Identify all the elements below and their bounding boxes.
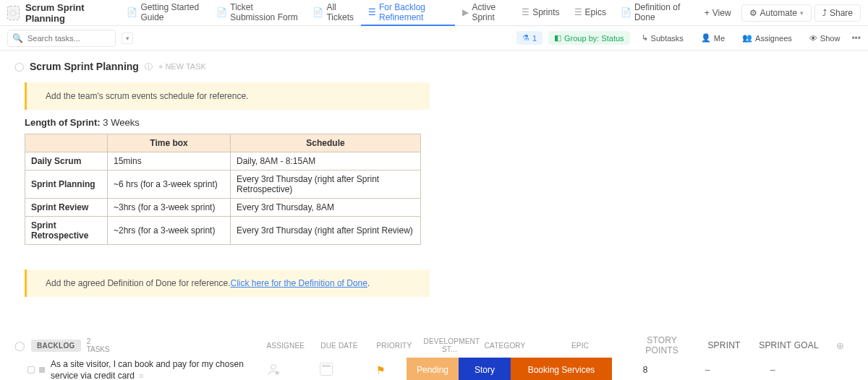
- schedule-table: Time box Schedule Daily Scrum15minsDaily…: [25, 134, 421, 245]
- eye-icon: 👁: [809, 34, 817, 43]
- desc-icon: ≡: [139, 371, 143, 380]
- svg-point-1: [271, 364, 276, 368]
- me-pill[interactable]: 👤 Me: [695, 31, 731, 45]
- group-by-pill[interactable]: ◧ Group by: Status: [548, 31, 630, 45]
- col-dev-status[interactable]: DEVELOPMENT ST...: [423, 337, 475, 353]
- add-view-button[interactable]: + View: [697, 5, 739, 21]
- col-priority[interactable]: PRIORITY: [370, 342, 417, 350]
- assignee-add[interactable]: [266, 362, 281, 376]
- tab-ticket-submission-form[interactable]: 📄Ticket Submission Form: [209, 0, 305, 26]
- callout-dod: Add the agreed Definition of Done for re…: [25, 269, 430, 297]
- tab-icon: ☰: [368, 7, 376, 17]
- assignees-pill[interactable]: 👥 Assignees: [736, 31, 798, 45]
- col-sprint[interactable]: SPRINT: [698, 340, 750, 350]
- tab-active-sprint[interactable]: ▶Active Sprint: [455, 0, 514, 26]
- tab-sprints[interactable]: ☰Sprints: [514, 0, 566, 26]
- tab-icon: 📄: [127, 7, 137, 17]
- story-points-cell[interactable]: 8: [612, 365, 678, 375]
- more-icon[interactable]: •••: [851, 33, 861, 43]
- plus-icon: +: [705, 8, 710, 18]
- search-input[interactable]: [27, 34, 111, 43]
- tab-icon: 📄: [621, 7, 631, 17]
- due-date-add[interactable]: [320, 363, 333, 376]
- col-epic[interactable]: EPIC: [535, 342, 626, 350]
- category-cell[interactable]: Story: [459, 358, 511, 380]
- status-dot[interactable]: [39, 367, 45, 373]
- callout-schedule: Add the team's scrum events schedule for…: [25, 82, 430, 110]
- chevron-down-icon: ▾: [800, 9, 804, 17]
- board-title[interactable]: Scrum Sprint Planning: [25, 2, 110, 24]
- task-count: 2 TASKS: [87, 337, 113, 353]
- filter-pill[interactable]: ⚗ 1: [516, 31, 542, 45]
- users-icon: 👥: [742, 33, 752, 43]
- search-box[interactable]: 🔍: [7, 30, 116, 47]
- tab-icon: 📄: [312, 7, 323, 17]
- user-icon: 👤: [701, 33, 711, 43]
- info-icon[interactable]: ⓘ: [145, 61, 153, 72]
- col-story-points[interactable]: STORY POINTS: [631, 335, 692, 355]
- tab-getting-started-guide[interactable]: 📄Getting Started Guide: [119, 0, 209, 26]
- subtasks-pill[interactable]: ↳ Subtasks: [636, 31, 689, 45]
- tab-icon: ☰: [574, 7, 582, 17]
- tab-for-backlog-refinement[interactable]: ☰For Backlog Refinement: [361, 0, 455, 26]
- tab-icon: 📄: [216, 7, 227, 17]
- tab-icon: ☰: [522, 7, 529, 17]
- automate-button[interactable]: ⚙ Automate ▾: [741, 4, 812, 22]
- col-sprint-goal[interactable]: SPRINT GOAL: [756, 340, 822, 350]
- collapse-icon[interactable]: ◯: [14, 61, 24, 72]
- dev-status-cell[interactable]: Pending: [407, 358, 459, 380]
- tab-epics[interactable]: ☰Epics: [567, 0, 613, 26]
- table-row: Sprint Review~3hrs (for a 3-week sprint)…: [25, 199, 421, 217]
- col-category[interactable]: CATEGORY: [481, 342, 528, 350]
- share-button[interactable]: ⤴ Share: [814, 4, 861, 22]
- board-logo: [7, 6, 20, 20]
- dod-link[interactable]: Click here for the Definition of Done: [231, 278, 367, 288]
- content: ◯ Scrum Sprint Planning ⓘ + NEW TASK Add…: [0, 51, 868, 380]
- sub-bar: 🔍 ▾ ⚗ 1 ◧ Group by: Status ↳ Subtasks 👤 …: [0, 26, 868, 51]
- tab-icon: ▶: [462, 7, 469, 17]
- share-icon: ⤴: [822, 8, 827, 18]
- sprint-length: Length of Sprint: 3 Weeks: [25, 117, 854, 128]
- group-icon: ◧: [554, 33, 561, 43]
- task-grid: ◯ BACKLOG 2 TASKS ASSIGNEE DUE DATE PRIO…: [25, 333, 854, 380]
- lightning-icon: ⚙: [749, 8, 757, 18]
- col-due-date[interactable]: DUE DATE: [314, 342, 365, 350]
- new-task-link[interactable]: + NEW TASK: [158, 62, 206, 71]
- search-icon: 🔍: [12, 33, 23, 43]
- tab-definition-of-done[interactable]: 📄Definition of Done: [613, 0, 692, 26]
- table-row: Sprint Planning~6 hrs (for a 3-week spri…: [25, 170, 421, 199]
- col-assignee[interactable]: ASSIGNEE: [263, 342, 308, 350]
- search-chevron[interactable]: ▾: [122, 33, 133, 44]
- tab-all-tickets[interactable]: 📄All Tickets: [305, 0, 361, 26]
- sprint-cell[interactable]: –: [678, 365, 736, 375]
- task-name[interactable]: As a site visitor, I can book and pay fo…: [46, 358, 249, 380]
- group-collapse-icon[interactable]: ◯: [14, 340, 25, 351]
- section-title: Scrum Sprint Planning: [30, 61, 139, 72]
- table-row: Daily Scrum15minsDaily, 8AM - 8:15AM: [25, 152, 421, 170]
- group-label[interactable]: BACKLOG: [31, 340, 81, 352]
- filter-icon: ⚗: [522, 33, 529, 43]
- priority-flag-icon[interactable]: ⚑: [376, 364, 386, 376]
- subtasks-icon: ↳: [642, 33, 648, 43]
- task-row[interactable]: As a site visitor, I can book and pay fo…: [25, 358, 854, 380]
- row-checkbox[interactable]: [27, 366, 35, 373]
- show-pill[interactable]: 👁 Show: [804, 32, 846, 45]
- epic-cell[interactable]: Booking Services: [511, 358, 612, 380]
- table-row: Sprint Retrospective~2hrs (for a 3-week …: [25, 217, 421, 245]
- sprint-goal-cell[interactable]: –: [736, 365, 809, 375]
- add-column-button[interactable]: ⊕: [827, 340, 854, 351]
- svg-point-0: [10, 10, 16, 16]
- top-bar: Scrum Sprint Planning 📄Getting Started G…: [0, 0, 868, 26]
